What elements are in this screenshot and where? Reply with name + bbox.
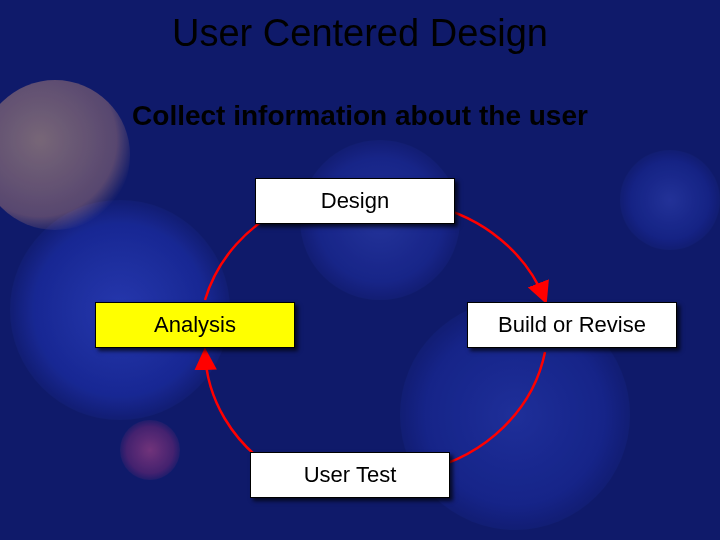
node-build: Build or Revise <box>467 302 677 348</box>
slide-stage: User Centered Design Collect information… <box>0 0 720 540</box>
node-label: Build or Revise <box>498 312 646 338</box>
node-analysis: Analysis <box>95 302 295 348</box>
node-label: Design <box>321 188 389 214</box>
node-label: User Test <box>304 462 397 488</box>
page-subtitle: Collect information about the user <box>0 100 720 132</box>
node-test: User Test <box>250 452 450 498</box>
page-title: User Centered Design <box>0 12 720 55</box>
node-design: Design <box>255 178 455 224</box>
node-label: Analysis <box>154 312 236 338</box>
decorative-gear <box>120 420 180 480</box>
decorative-gear <box>620 150 720 250</box>
